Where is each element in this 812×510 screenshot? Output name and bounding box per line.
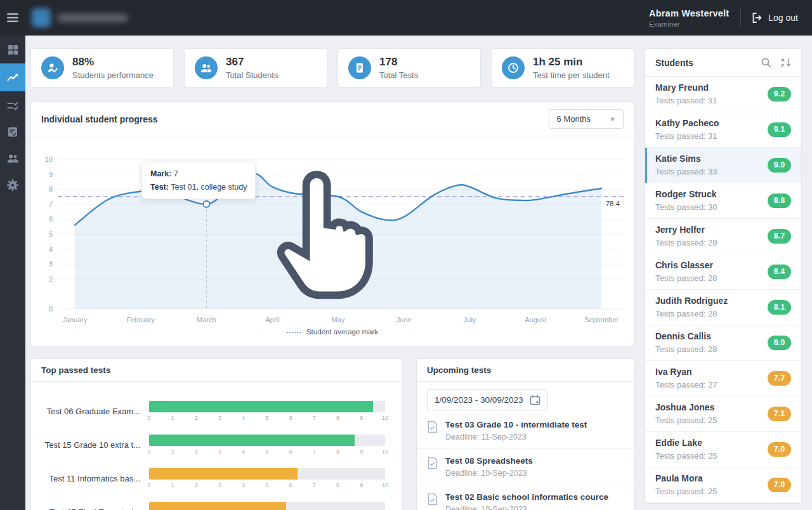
dashboard-icon: [8, 44, 18, 55]
student-row[interactable]: Iva RyanTests passed: 277.7: [645, 361, 801, 396]
x-tick-label: February: [127, 316, 155, 324]
date-range-picker[interactable]: 1/09/2023 - 30/09/2023: [427, 389, 548, 410]
stat-card-total-students: 367 Total Students: [184, 48, 327, 88]
student-row[interactable]: Mary FreundTests passed: 319.2: [645, 77, 801, 112]
student-row[interactable]: Katie SimsTests passed: 339.0: [645, 148, 801, 183]
stat-card-performance: 88% Students performance: [30, 48, 174, 88]
test-bar: [149, 401, 385, 412]
student-name: Iva Ryan: [655, 367, 717, 377]
line-chart-plot: 78.4 Mark: 7 Test: Test 01, college stud…: [58, 145, 624, 310]
student-name: Dennis Callis: [655, 331, 717, 341]
student-row[interactable]: Joshua JonesTests passed: 257.1: [645, 396, 801, 432]
period-select[interactable]: 6 Months ▼: [549, 109, 624, 129]
upcoming-test-item[interactable]: Test 08 SpreadsheetsDeadline: 10-Sep-202…: [417, 448, 634, 485]
date-range-value: 1/09/2023 - 30/09/2023: [435, 395, 523, 405]
x-tick-label: September: [584, 316, 619, 324]
student-row[interactable]: Eddie LakeTests passed: 257.0: [645, 432, 801, 468]
test-bar: [149, 502, 385, 510]
test-bar-label: Test 06 Graduate Exam...: [31, 407, 149, 416]
student-tests-passed: Tests passed: 28: [655, 273, 717, 283]
x-tick-label: July: [464, 316, 476, 324]
student-row[interactable]: Paula MoraTests passed: 257.0: [645, 468, 801, 503]
student-score-badge: 9.0: [768, 158, 791, 173]
total-students-icon: [195, 56, 218, 79]
student-row[interactable]: Kathy PachecoTests passed: 319.1: [645, 112, 801, 148]
y-tick-label: 2: [49, 275, 53, 283]
student-name: Chris Glasser: [655, 260, 717, 270]
student-row[interactable]: Rodger StruckTests passed: 308.8: [645, 183, 801, 219]
student-row[interactable]: Chris GlasserTests passed: 288.4: [645, 254, 801, 290]
test-document-icon: [427, 493, 438, 506]
search-icon[interactable]: [761, 58, 771, 68]
total-tests-icon: [348, 56, 371, 79]
student-tests-passed: Tests passed: 29: [655, 238, 717, 247]
upcoming-tests-card: Upcoming tests 1/09/2023 - 30/09/2023 Te…: [416, 358, 634, 510]
sort-az-icon[interactable]: A Z: [781, 57, 791, 68]
upcoming-test-deadline: Deadline: 11-Sep-2023: [445, 433, 587, 441]
sidebar-item-results[interactable]: [0, 119, 25, 145]
x-tick-label: August: [525, 316, 546, 324]
student-score-badge: 8.1: [768, 300, 791, 315]
sidebar-item-tests[interactable]: [0, 93, 25, 118]
upcoming-test-deadline: Deadline: 10-Sep-2023: [445, 505, 608, 510]
upcoming-test-item[interactable]: Test 03 Grade 10 - intermidiate testDead…: [417, 413, 634, 448]
student-score-badge: 8.8: [768, 193, 791, 208]
top-tests-rows: Test 06 Graduate Exam...012345678910Test…: [31, 382, 402, 510]
upcoming-test-deadline: Deadline: 10-Sep-2023: [445, 469, 533, 478]
sidebar: [0, 36, 25, 510]
students-panel-title: Students: [655, 58, 693, 68]
student-row[interactable]: Judith RodriguezTests passed: 288.1: [645, 290, 801, 325]
logout-button[interactable]: Log out: [741, 0, 812, 36]
logout-label: Log out: [768, 13, 798, 23]
stat-label: Total Students: [226, 70, 278, 80]
sidebar-item-dashboard[interactable]: [0, 37, 25, 62]
student-name: Jerry Helfer: [655, 225, 717, 235]
sidebar-item-settings[interactable]: [0, 173, 25, 198]
y-tick-label: 0: [49, 305, 53, 313]
student-name: Kathy Pacheco: [655, 118, 719, 128]
test-bar-row: Test 15 Grade 10 extra t...012345678910: [31, 435, 391, 458]
stat-label: Total Tests: [379, 70, 418, 80]
test-bar: [149, 468, 385, 480]
student-performance-icon: [41, 56, 64, 79]
top-passed-tests-title: Top passed tests: [31, 359, 402, 382]
svg-text:A: A: [781, 57, 785, 63]
stat-value: 367: [226, 56, 278, 69]
students-list: Mary FreundTests passed: 319.2Kathy Pach…: [645, 77, 801, 503]
student-score-badge: 8.4: [768, 265, 791, 279]
student-score-badge: 8.7: [768, 229, 791, 244]
y-tick-label: 7: [49, 200, 53, 208]
x-axis: JanuaryFebruaryMarchAprilMayJuneJulyAugu…: [58, 310, 624, 327]
sidebar-item-students[interactable]: [0, 146, 25, 171]
upcoming-tests-list: Test 03 Grade 10 - intermidiate testDead…: [417, 413, 634, 510]
student-name: Joshua Jones: [655, 402, 717, 412]
test-bar-label: Test 11 Informatics bas...: [31, 474, 149, 483]
y-tick-label: 6: [49, 215, 53, 223]
upcoming-test-item[interactable]: Test 02 Basic school informatics courceD…: [417, 485, 634, 510]
student-tests-passed: Tests passed: 30: [655, 202, 717, 212]
user-role: Examiner: [649, 20, 729, 28]
trending-chart-icon: [7, 72, 18, 82]
student-score-badge: 7.7: [768, 371, 791, 386]
app-logo-text: [57, 14, 128, 22]
period-select-value: 6 Months: [557, 114, 591, 124]
test-bar-label: Test 15 Grade 10 extra t...: [31, 440, 149, 450]
student-tests-passed: Tests passed: 25: [655, 451, 717, 461]
report-card-icon: [7, 126, 18, 138]
stat-value: 178: [379, 56, 418, 69]
stat-label: Students performance: [72, 70, 154, 80]
student-score-badge: 7.0: [768, 442, 791, 457]
y-tick-label: 9: [49, 171, 53, 178]
student-row[interactable]: Dennis CallisTests passed: 288.0: [645, 325, 801, 361]
y-tick-label: 10: [45, 155, 53, 163]
upcoming-test-name: Test 03 Grade 10 - intermidiate test: [445, 420, 587, 429]
upcoming-tests-title: Upcoming tests: [417, 359, 634, 382]
stat-card-test-time: 1h 25 min Test time per student: [491, 48, 634, 88]
menu-toggle-button[interactable]: [0, 0, 25, 36]
student-row[interactable]: Jerry HelferTests passed: 298.7: [645, 219, 801, 254]
test-document-icon: [427, 421, 438, 433]
student-score-badge: 7.0: [768, 478, 791, 492]
sidebar-item-progress[interactable]: [0, 63, 25, 91]
test-bar: [149, 435, 385, 446]
calendar-icon: [530, 395, 540, 405]
